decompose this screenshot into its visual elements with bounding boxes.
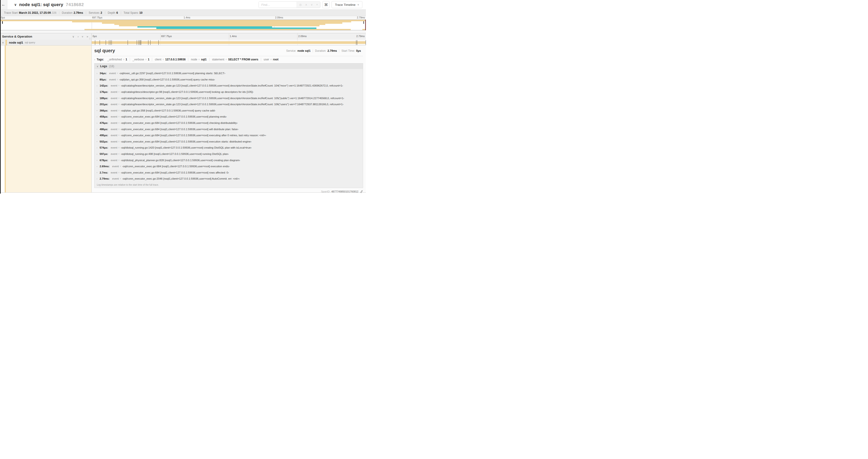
equals-sign: = [145,58,147,61]
log-row[interactable]: › 502μs: event = ‹sql/conn_executor_exec… [94,138,363,145]
service-color-accent [5,40,7,45]
log-expand-chevron-icon[interactable]: › [97,91,100,93]
minimap-span-bar [85,29,351,30]
log-expand-chevron-icon[interactable]: › [97,153,100,155]
log-row[interactable]: › 459μs: event = ‹sql/conn_executor_exec… [94,113,363,120]
log-row[interactable]: › 574μs: event = ‹sql/distsql_running.go… [94,144,363,151]
find-next-icon[interactable]: ∨ [311,3,313,6]
equals-sign: = [118,103,120,106]
logs-collapse-chevron-icon[interactable]: ∨ [97,65,98,68]
log-row[interactable]: › 2.7ms: event = ‹sql/conn_executor_exec… [94,170,363,176]
log-row[interactable]: › 80μs: event = ‹sql/plan_opt.go:358 [ns… [94,76,363,83]
log-row[interactable]: › 201μs: event = ‹sql/catalog/lease/desc… [94,101,363,107]
span-meta-label: Start Time: [341,49,355,53]
minimap-gap-band [0,31,366,33]
span-operation-title: sql query [94,48,115,54]
log-row[interactable]: › 189μs: event = ‹sql/catalog/lease/desc… [94,95,363,101]
log-field-key: event [111,84,117,87]
log-timestamp: 142μs: [100,84,108,87]
clear-find-icon[interactable]: × [316,3,318,6]
span-detail-header[interactable]: sql query Service: node sql1 Duration: 2… [94,48,363,54]
equals-sign: = [198,58,200,61]
log-expand-chevron-icon[interactable]: › [97,165,100,168]
expand-one-icon[interactable]: › [78,35,79,38]
log-timestamp: 574μs: [100,146,108,149]
span-timeline[interactable] [92,40,366,45]
collapse-one-icon[interactable]: ∨ [72,35,74,38]
summary-label: Duration [62,11,72,14]
log-expand-chevron-icon[interactable]: › [97,122,100,124]
jaeger-trace-page: ← ∨ node sql1: sql query 7418682 ◎ ∧ ∨ ×… [0,0,366,194]
log-expand-chevron-icon[interactable]: › [97,85,100,87]
log-row[interactable]: › 678μs: event = ‹sql/distsql_physical_p… [94,157,363,163]
summary-item: Depth 6 [105,11,121,14]
span-detail-content: sql query Service: node sql1 Duration: 2… [92,45,366,193]
log-marker [150,40,151,45]
log-row[interactable]: › 366μs: event = ‹sql/plan_opt.go:358 [n… [94,107,363,114]
log-timestamp: 597μs: [100,153,108,155]
collapse-trace-chevron-icon[interactable]: ∨ [14,3,17,6]
log-expand-chevron-icon[interactable]: › [97,134,100,137]
trace-title-wrap: ∨ node sql1: sql query 7418682 [14,2,84,7]
span-collapse-chevron-icon[interactable]: ∨ [2,41,4,44]
log-row[interactable]: › 486μs: event = ‹sql/conn_executor_exec… [94,126,363,132]
collapse-controls: ∨ › » » [72,35,91,38]
log-timestamp: 2.7ms: [100,171,108,174]
log-row[interactable]: › 597μs: event = ‹sql/distsql_running.go… [94,151,363,157]
log-row[interactable]: › 176μs: event = ‹sql/catalog/descs/desc… [94,89,363,95]
minimap-right-edge-scrubber[interactable] [365,20,366,30]
summary-value-fraction: .326 [51,11,57,14]
tags-expand-chevron-icon[interactable]: › [94,58,95,61]
log-expand-chevron-icon[interactable]: › [97,128,100,130]
log-expand-chevron-icon[interactable]: › [97,171,100,174]
tags-row[interactable]: › Tags: _unfinished = 1 _verbose = 1 [94,58,363,61]
span-id-label: SpanID: [321,190,331,193]
log-field-key: event [112,165,119,168]
log-row[interactable]: › 2.69ms: event = ‹sql/conn_executor_exe… [94,163,363,170]
find-previous-icon[interactable]: ∧ [305,3,307,6]
log-timestamp: 2.79ms: [100,177,110,180]
span-meta-value: 0μs [356,49,361,53]
log-row[interactable]: › 495μs: event = ‹sql/conn_executor_exec… [94,132,363,138]
log-field-key: event [109,78,116,81]
log-expand-chevron-icon[interactable]: › [97,177,100,180]
span-name-cell[interactable]: ∨ node sql1 sql query [0,40,92,45]
equals-sign: = [118,159,120,162]
log-expand-chevron-icon[interactable]: › [97,97,100,99]
collapse-all-icon[interactable]: » [81,36,84,37]
equals-sign: = [118,115,120,118]
log-expand-chevron-icon[interactable]: › [97,140,100,143]
deep-link-icon[interactable] [360,190,363,193]
expand-all-icon[interactable]: » [87,35,88,38]
column-resize-grip[interactable]: || [89,37,91,40]
logs-header[interactable]: ∨ Logs (18) [94,63,363,69]
log-expand-chevron-icon[interactable]: › [97,103,100,106]
span-bar[interactable] [92,41,366,44]
minimap-tick-labels: 0μs 697.75μs 1.4ms 2.09ms 2.79ms [0,16,366,19]
log-row[interactable]: › 34μs: event = ‹sql/exec_util.go:2297 [… [94,70,363,76]
log-marker [112,40,112,45]
log-expand-chevron-icon[interactable]: › [97,78,100,81]
back-button[interactable]: ← [0,0,7,9]
keyboard-shortcuts-button[interactable]: ⌘ [322,1,330,8]
minimap-canvas[interactable] [0,20,366,30]
trace-title: node sql1: sql query [19,2,63,7]
log-expand-chevron-icon[interactable]: › [97,116,100,118]
log-row[interactable]: › 142μs: event = ‹sql/catalog/lease/desc… [94,83,363,89]
log-expand-chevron-icon[interactable]: › [97,72,100,75]
focus-target-icon[interactable]: ◎ [299,3,302,6]
trace-view-selector[interactable]: Trace Timeline ∨ [332,1,362,8]
trace-summary-bar: Trace Start March 31 2022, 17:25:09 .326… [0,9,366,16]
span-detail-footer: SpanID: 4877749850101760812 [94,188,363,193]
equals-sign: = [118,146,120,149]
log-expand-chevron-icon[interactable]: › [97,109,100,112]
log-row[interactable]: › 476μs: event = ‹sql/conn_executor_exec… [94,120,363,126]
tag-value: 127.0.0.1:59936 [165,58,186,61]
find-input[interactable] [259,2,297,8]
log-expand-chevron-icon[interactable]: › [97,146,100,149]
log-message: ‹sql/catalog/descs/descriptor.go:98 [nsq… [121,91,253,93]
log-row[interactable]: › 2.79ms: event = ‹sql/conn_executor_exe… [94,176,363,182]
axis-tick-label: 2.09ms [298,35,307,38]
log-timestamp: 678μs: [100,159,108,162]
log-expand-chevron-icon[interactable]: › [97,159,100,161]
